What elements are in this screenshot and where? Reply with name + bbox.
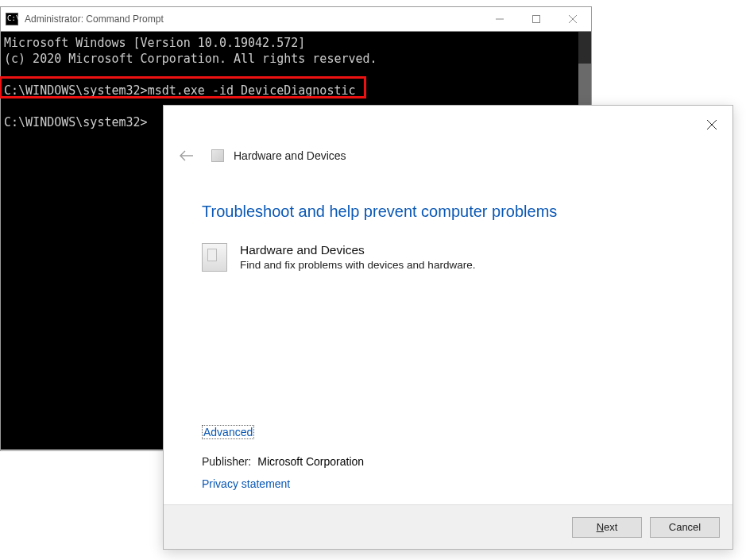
back-button[interactable] bbox=[176, 145, 197, 166]
svg-rect-1 bbox=[533, 16, 540, 23]
cmd-line: Microsoft Windows [Version 10.0.19042.57… bbox=[4, 36, 305, 50]
troubleshooter-header-title: Hardware and Devices bbox=[234, 149, 346, 162]
cmd-scrollbar-thumb[interactable] bbox=[578, 64, 591, 110]
publisher-value: Microsoft Corporation bbox=[257, 455, 364, 468]
maximize-icon bbox=[532, 15, 540, 23]
privacy-link[interactable]: Privacy statement bbox=[202, 477, 290, 490]
next-button[interactable]: Next bbox=[572, 517, 642, 538]
troubleshooter-heading: Troubleshoot and help prevent computer p… bbox=[202, 203, 694, 221]
minimize-icon bbox=[496, 15, 504, 23]
maximize-button[interactable] bbox=[518, 7, 555, 31]
troubleshooter-footer: Next Cancel bbox=[164, 504, 732, 549]
next-label-post: ext bbox=[604, 521, 617, 533]
cmd-window-controls bbox=[481, 7, 591, 31]
close-button[interactable] bbox=[699, 112, 725, 137]
wizard-icon bbox=[211, 149, 224, 162]
troubleshooter-header: Hardware and Devices bbox=[164, 106, 732, 174]
troubleshooter-item: Hardware and Devices Find and fix proble… bbox=[202, 243, 694, 272]
advanced-link[interactable]: Advanced bbox=[202, 425, 254, 439]
close-icon bbox=[569, 15, 577, 23]
next-label-underline: N bbox=[597, 521, 604, 533]
close-button[interactable] bbox=[555, 7, 591, 31]
troubleshooter-item-desc: Find and fix problems with devices and h… bbox=[240, 259, 475, 271]
troubleshooter-item-title: Hardware and Devices bbox=[240, 243, 475, 257]
cmd-line: (c) 2020 Microsoft Corporation. All righ… bbox=[4, 52, 377, 66]
back-arrow-icon bbox=[179, 149, 195, 162]
troubleshooter-content: Troubleshoot and help prevent computer p… bbox=[164, 174, 732, 425]
troubleshooter-links: Advanced Publisher:Microsoft Corporation… bbox=[164, 425, 732, 490]
publisher-row: Publisher:Microsoft Corporation bbox=[202, 455, 694, 468]
cmd-prompt: C:\WINDOWS\system32> bbox=[4, 115, 148, 129]
cmd-app-icon: C:\ bbox=[6, 13, 18, 25]
troubleshooter-window: Hardware and Devices Troubleshoot and he… bbox=[163, 105, 733, 550]
cmd-command: msdt.exe -id DeviceDiagnostic bbox=[148, 83, 356, 98]
cancel-button[interactable]: Cancel bbox=[650, 517, 720, 538]
minimize-button[interactable] bbox=[481, 7, 518, 31]
cmd-titlebar[interactable]: C:\ Administrator: Command Prompt bbox=[1, 7, 591, 31]
hardware-icon bbox=[202, 243, 227, 272]
cmd-prompt: C:\WINDOWS\system32> bbox=[4, 83, 148, 98]
publisher-label: Publisher: bbox=[202, 455, 251, 468]
close-icon bbox=[707, 120, 717, 129]
cmd-title: Administrator: Command Prompt bbox=[25, 14, 164, 25]
